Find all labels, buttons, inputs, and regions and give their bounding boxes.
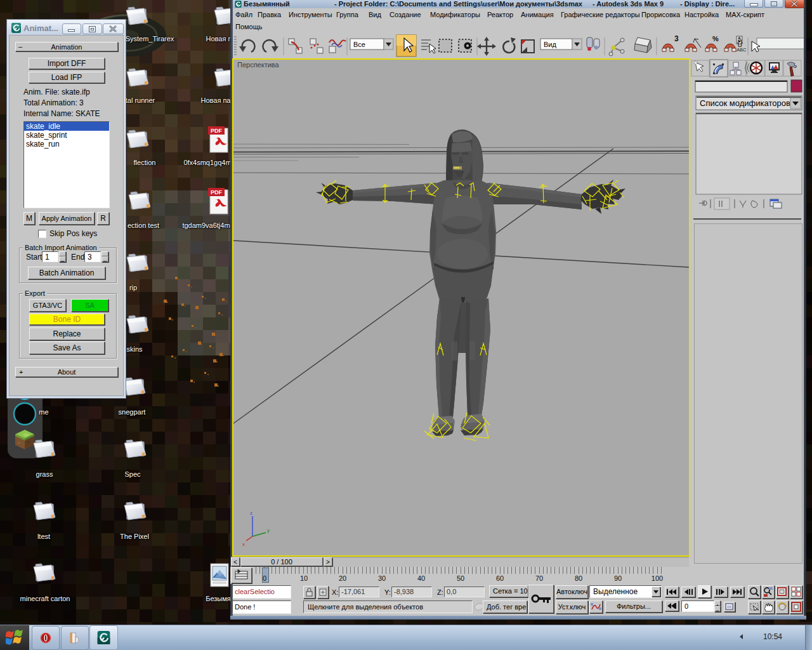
svg-text:{}: {}	[737, 37, 743, 47]
svg-text:Список модификаторов: Список модификаторов	[700, 98, 790, 108]
svg-text:ABC: ABC	[737, 47, 747, 53]
svg-text:%: %	[712, 35, 719, 43]
svg-text:y: y	[267, 527, 270, 533]
svg-text:Все: Все	[353, 41, 365, 48]
svg-text:x: x	[242, 541, 245, 547]
svg-text:3: 3	[674, 34, 679, 43]
svg-text:Перспектива: Перспектива	[237, 61, 280, 69]
svg-text:Вид: Вид	[544, 41, 556, 48]
svg-text:z: z	[250, 510, 252, 516]
